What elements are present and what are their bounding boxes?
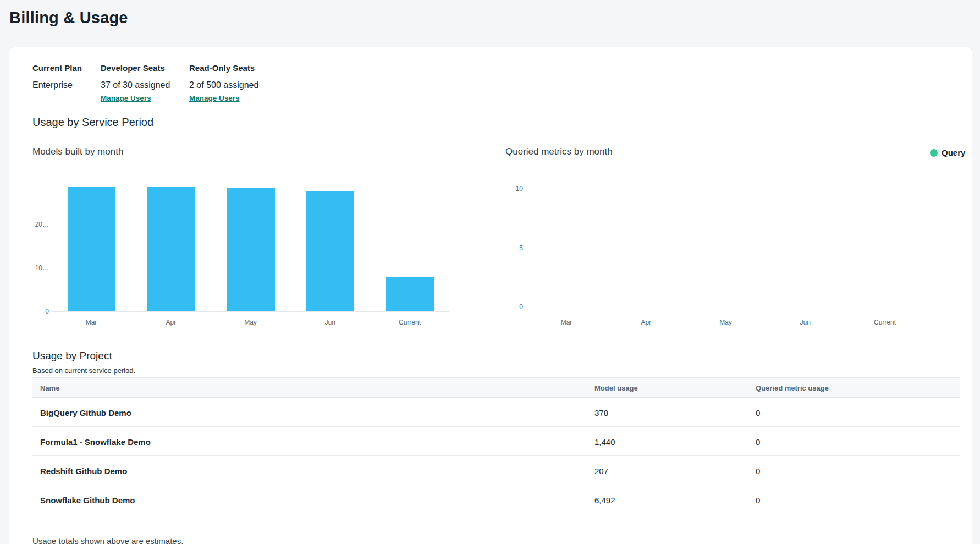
query-legend-dot-icon bbox=[930, 149, 938, 157]
readonly-seats-value: 2 of 500 assigned bbox=[189, 80, 258, 90]
x-axis-tick-label: May bbox=[226, 318, 276, 327]
y-axis-tick-label: 10 bbox=[490, 184, 523, 193]
header-model-usage: Model usage bbox=[594, 384, 638, 392]
x-axis-tick-label: Current bbox=[385, 318, 434, 327]
x-axis-tick-label: Mar bbox=[67, 318, 116, 327]
table-row: Snowflake Github Demo 6,492 0 bbox=[32, 485, 960, 514]
project-name: BigQuery Github Demo bbox=[40, 408, 131, 417]
developer-seats-block: Developer Seats 37 of 30 assigned Manage… bbox=[101, 63, 170, 103]
usage-estimates-footnote: Usage totals shown above are estimates. bbox=[32, 536, 183, 544]
x-axis-tick-label: Apr bbox=[621, 318, 671, 327]
readonly-seats-block: Read-Only Seats 2 of 500 assigned Manage… bbox=[189, 63, 258, 103]
header-name: Name bbox=[40, 384, 59, 392]
x-axis-tick-label: Jun bbox=[780, 318, 830, 327]
current-plan-block: Current Plan Enterprise bbox=[32, 63, 82, 90]
chart-bar bbox=[147, 187, 195, 311]
table-row: Redshift Github Demo 207 0 bbox=[32, 456, 960, 485]
readonly-seats-label: Read-Only Seats bbox=[189, 63, 258, 73]
table-row: BigQuery Github Demo 378 0 bbox=[32, 398, 960, 427]
y-axis-line bbox=[52, 185, 52, 311]
header-queried-metric-usage: Queried metric usage bbox=[756, 384, 829, 392]
model-usage-value: 1,440 bbox=[594, 437, 615, 447]
model-usage-value: 207 bbox=[594, 466, 608, 476]
developer-seats-label: Developer Seats bbox=[101, 63, 170, 73]
chart-bar bbox=[68, 187, 115, 311]
project-name: Snowflake Github Demo bbox=[40, 496, 135, 505]
y-axis-tick-label: 5 bbox=[490, 244, 523, 252]
x-axis-tick-label: May bbox=[701, 318, 751, 327]
x-axis-line bbox=[527, 307, 924, 307]
usage-by-project-heading: Usage by Project bbox=[32, 350, 112, 362]
queried-usage-value: 0 bbox=[756, 466, 760, 476]
billing-card: Current Plan Enterprise Developer Seats … bbox=[9, 47, 972, 544]
query-legend-label: Query bbox=[942, 148, 965, 157]
y-axis-tick-label: 0 bbox=[16, 307, 49, 316]
chart-bar bbox=[227, 188, 275, 311]
readonly-manage-users-link[interactable]: Manage Users bbox=[189, 94, 240, 102]
table-bottom-divider bbox=[33, 529, 960, 529]
y-axis-tick-label: 20… bbox=[16, 220, 49, 229]
x-axis-tick-label: Jun bbox=[305, 318, 355, 327]
queried-chart-title: Queried metrics by month bbox=[505, 146, 613, 157]
model-usage-value: 6,492 bbox=[594, 496, 615, 505]
usage-by-service-period-heading: Usage by Service Period bbox=[32, 116, 153, 129]
x-axis-line bbox=[52, 311, 449, 312]
chart-bar bbox=[386, 277, 434, 311]
chart-bar bbox=[306, 191, 354, 311]
y-axis-line bbox=[527, 185, 527, 307]
current-plan-value: Enterprise bbox=[32, 80, 82, 90]
developer-manage-users-link[interactable]: Manage Users bbox=[101, 94, 151, 102]
x-axis-tick-label: Current bbox=[860, 318, 910, 327]
queried-usage-value: 0 bbox=[756, 496, 760, 505]
developer-seats-value: 37 of 30 assigned bbox=[101, 80, 170, 90]
page-title: Billing & Usage bbox=[9, 9, 128, 27]
queried-usage-value: 0 bbox=[756, 437, 760, 447]
table-row: Formula1 - Snowflake Demo 1,440 0 bbox=[32, 427, 960, 456]
current-plan-label: Current Plan bbox=[32, 63, 82, 73]
query-legend-item[interactable]: Query bbox=[930, 148, 965, 157]
models-chart-title: Models built by month bbox=[32, 146, 123, 157]
queried-usage-value: 0 bbox=[756, 408, 760, 417]
x-axis-tick-label: Mar bbox=[542, 318, 591, 327]
y-axis-tick-label: 10… bbox=[16, 263, 49, 272]
usage-by-project-subtitle: Based on current service period. bbox=[32, 366, 135, 375]
table-header-row: Name Model usage Queried metric usage bbox=[32, 377, 960, 398]
project-name: Redshift Github Demo bbox=[40, 466, 127, 476]
project-name: Formula1 - Snowflake Demo bbox=[40, 437, 151, 447]
usage-by-project-table: Name Model usage Queried metric usage Bi… bbox=[32, 377, 960, 514]
model-usage-value: 378 bbox=[594, 408, 608, 417]
x-axis-tick-label: Apr bbox=[146, 318, 196, 327]
y-axis-tick-label: 0 bbox=[490, 303, 523, 311]
